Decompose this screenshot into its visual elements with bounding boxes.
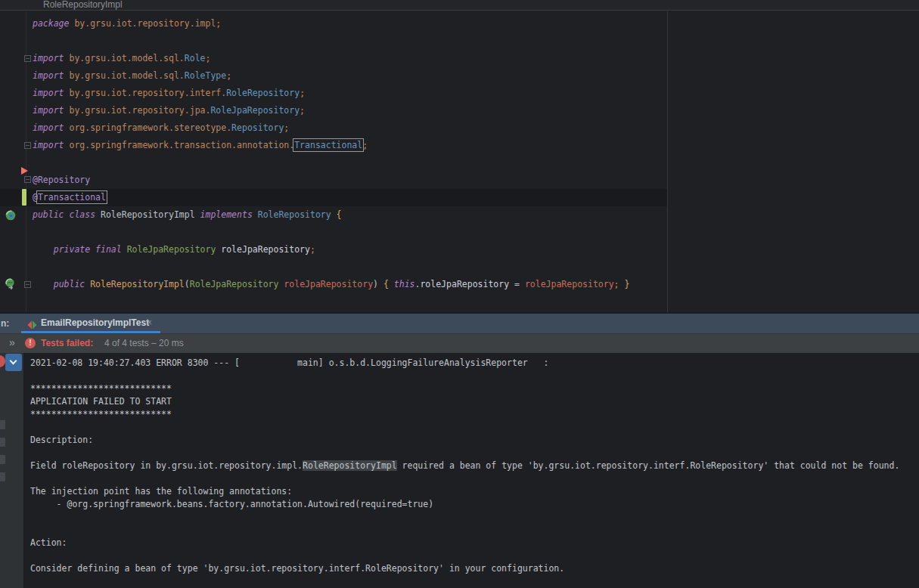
code-segment: APPLICATION FAILED TO START — [30, 396, 172, 407]
editor-tab-bar: RoleRepositoryImpl — [0, 0, 919, 11]
code-segment: ; — [226, 70, 231, 81]
code-segment: ( — [185, 279, 190, 289]
code-line[interactable]: private final RoleJpaRepository roleJpaR… — [0, 241, 919, 258]
editor-tab-rolerepositoryimpl[interactable]: RoleRepositoryImpl — [43, 0, 123, 11]
code-segment: org.springframework.transaction.annotati… — [69, 140, 294, 150]
code-segment: { — [383, 279, 394, 289]
console-line[interactable] — [30, 524, 919, 537]
toolbar-icon-partial[interactable] — [0, 438, 5, 447]
code-area[interactable]: package by.grsu.iot.repository.impl;impo… — [0, 15, 919, 293]
code-segment: RoleRepositoryImpl — [101, 209, 200, 220]
code-line[interactable]: public class RoleRepositoryImpl implemen… — [0, 206, 919, 224]
code-segment: private final — [54, 244, 127, 255]
run-tab-emailrepositoryimpltest[interactable]: EmailRepositoryImplTest × — [21, 314, 160, 333]
code-segment: RoleRepository — [258, 209, 337, 220]
code-segment: roleJpaRepository — [420, 279, 514, 289]
code-segment: public class — [33, 209, 101, 220]
error-badge-icon: ! — [25, 338, 36, 348]
console-line[interactable]: APPLICATION FAILED TO START — [30, 395, 919, 408]
code-line[interactable]: import by.grsu.iot.repository.interf.Rol… — [0, 85, 919, 102]
code-segment: *************************** — [30, 409, 172, 419]
code-segment: = — [514, 279, 525, 289]
code-segment: Repository — [231, 122, 284, 133]
scroll-down-icon[interactable] — [5, 354, 22, 371]
code-line[interactable]: import by.grsu.iot.model.sql.RoleType; — [0, 67, 919, 85]
console-line[interactable]: Description: — [30, 434, 919, 447]
run-toolwindow-header: n: EmailRepositoryImplTest × — [0, 312, 919, 333]
code-line[interactable]: import org.springframework.stereotype.Re… — [0, 119, 919, 137]
toolbar-icon-partial[interactable] — [0, 420, 5, 429]
code-segment: import — [33, 70, 69, 81]
code-segment: The injection point has the following an… — [30, 486, 292, 497]
code-segment: roleJpaRepository — [284, 279, 373, 289]
code-segment: RoleRepository — [226, 88, 300, 98]
code-segment: import — [33, 122, 69, 133]
close-icon[interactable]: × — [147, 317, 152, 328]
code-line[interactable]: import by.grsu.iot.model.sql.Role; — [0, 50, 919, 67]
code-line[interactable]: public RoleRepositoryImpl(RoleJpaReposit… — [0, 276, 919, 293]
console-line[interactable]: Field roleRepository in by.grsu.iot.repo… — [30, 460, 919, 472]
code-segment: } — [624, 279, 629, 289]
tests-failed-summary: 4 of 4 tests – 20 ms — [104, 338, 184, 348]
console-line[interactable] — [30, 370, 919, 382]
code-segment: ; — [284, 122, 289, 133]
console-line[interactable]: *************************** — [30, 382, 919, 395]
expand-chevrons-icon[interactable]: » — [9, 336, 15, 348]
code-segment: Consider defining a bean of type 'by.grs… — [30, 563, 564, 574]
console-line[interactable]: - @org.springframework.beans.factory.ann… — [30, 498, 919, 511]
code-segment: 2021-02-08 19:40:27.403 ERROR 8300 --- [… — [30, 357, 548, 368]
run-toolwindow-body: 2021-02-08 19:40:27.403 ERROR 8300 --- [… — [0, 353, 919, 588]
test-run-icon — [27, 319, 37, 328]
toolbar-icon-partial[interactable] — [0, 472, 5, 481]
code-segment — [33, 244, 54, 255]
code-segment: ; — [614, 279, 625, 289]
code-segment: ) — [373, 279, 383, 289]
console-line[interactable] — [30, 511, 919, 524]
code-line[interactable]: import by.grsu.iot.repository.jpa.RoleJp… — [0, 102, 919, 119]
console-line[interactable] — [30, 472, 919, 485]
console-line[interactable]: 2021-02-08 19:40:27.403 ERROR 8300 --- [… — [30, 357, 919, 370]
console-line[interactable] — [30, 447, 919, 460]
code-line[interactable] — [0, 32, 919, 50]
rerun-failed-icon[interactable] — [0, 355, 5, 367]
code-segment: import — [33, 105, 69, 116]
code-segment: { — [337, 209, 342, 220]
code-segment: required a bean of type 'by.grsu.iot.rep… — [397, 460, 900, 471]
code-segment: Field roleRepository in by.grsu.iot.repo… — [30, 460, 303, 471]
code-segment: @Repository — [33, 175, 90, 185]
console-line[interactable] — [30, 421, 919, 434]
code-segment[interactable]: Transactional — [38, 192, 106, 203]
console-line[interactable] — [30, 549, 919, 562]
code-line[interactable]: @Transactional — [0, 189, 919, 206]
console-line[interactable]: Consider defining a bean of type 'by.grs… — [30, 562, 919, 575]
code-segment: ; — [206, 53, 211, 63]
code-segment: import — [33, 88, 69, 98]
run-window-label: n: — [1, 318, 9, 329]
code-segment: RoleJpaRepository — [127, 244, 222, 255]
code-segment: org.springframework.stereotype. — [69, 122, 231, 133]
test-status-toolbar: » ! Tests failed: 4 of 4 tests – 20 ms — [0, 333, 919, 353]
code-segment: by.grsu.iot.model.sql. — [69, 70, 184, 81]
code-segment: by.grsu.iot.repository.jpa. — [69, 105, 210, 116]
code-segment: package — [33, 18, 74, 29]
console-output[interactable]: 2021-02-08 19:40:27.403 ERROR 8300 --- [… — [25, 353, 919, 588]
code-segment: @ — [33, 192, 38, 203]
code-line[interactable]: package by.grsu.iot.repository.impl; — [0, 15, 919, 32]
code-segment: ; — [300, 88, 305, 98]
code-line[interactable] — [0, 154, 919, 172]
code-editor[interactable]: package by.grsu.iot.repository.impl;impo… — [0, 11, 919, 312]
code-segment — [33, 279, 54, 289]
console-line[interactable]: The injection point has the following an… — [30, 485, 919, 498]
code-segment: Description: — [30, 435, 93, 445]
code-segment: RoleType — [185, 70, 226, 81]
code-line[interactable]: import org.springframework.transaction.a… — [0, 137, 919, 154]
code-line[interactable]: @Repository — [0, 172, 919, 189]
code-line[interactable] — [0, 224, 919, 241]
code-segment[interactable]: Transactional — [294, 140, 362, 150]
toolbar-icon-partial[interactable] — [0, 455, 5, 464]
code-segment: public — [54, 279, 90, 289]
console-line[interactable]: Action: — [30, 537, 919, 549]
console-line[interactable]: *************************** — [30, 408, 919, 421]
console-class-link[interactable]: RoleRepositoryImpl — [303, 460, 397, 471]
code-line[interactable] — [0, 258, 919, 276]
